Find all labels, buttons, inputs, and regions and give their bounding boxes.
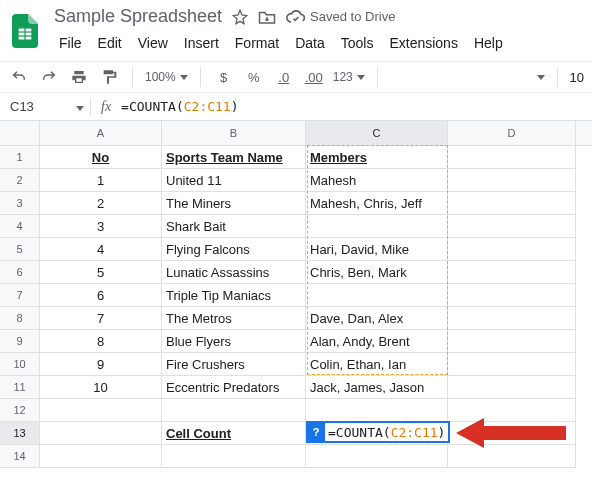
print-icon[interactable] [68, 66, 90, 88]
menu-help[interactable]: Help [467, 31, 510, 55]
cell[interactable]: Sports Team Name [162, 146, 306, 169]
paint-format-icon[interactable] [98, 66, 120, 88]
decrease-decimal[interactable]: .0 [273, 66, 295, 88]
cell[interactable] [306, 445, 448, 468]
cell[interactable] [306, 399, 448, 422]
cell[interactable] [448, 238, 576, 261]
cell[interactable]: Dave, Dan, Alex [306, 307, 448, 330]
cell[interactable]: Flying Falcons [162, 238, 306, 261]
col-header-A[interactable]: A [40, 121, 162, 145]
row-header[interactable]: 10 [0, 353, 40, 376]
cell[interactable] [448, 376, 576, 399]
cell[interactable]: Members [306, 146, 448, 169]
more-formats[interactable]: 123 [333, 70, 365, 84]
cell[interactable]: United 11 [162, 169, 306, 192]
cell[interactable]: Lunatic Assassins [162, 261, 306, 284]
cell[interactable] [448, 353, 576, 376]
row-header[interactable]: 8 [0, 307, 40, 330]
cell[interactable]: 2 [40, 192, 162, 215]
row-header[interactable]: 7 [0, 284, 40, 307]
menu-extensions[interactable]: Extensions [382, 31, 464, 55]
spreadsheet-grid[interactable]: A B C D 1NoSports Team NameMembers21Unit… [0, 121, 592, 468]
col-header-C[interactable]: C [306, 121, 448, 145]
cell[interactable]: Jack, James, Jason [306, 376, 448, 399]
row-header[interactable]: 12 [0, 399, 40, 422]
cell[interactable] [448, 307, 576, 330]
col-header-D[interactable]: D [448, 121, 576, 145]
cell[interactable] [306, 215, 448, 238]
format-currency[interactable]: $ [213, 66, 235, 88]
menu-data[interactable]: Data [288, 31, 332, 55]
cell[interactable] [448, 169, 576, 192]
cell[interactable]: Chris, Ben, Mark [306, 261, 448, 284]
cell[interactable] [448, 192, 576, 215]
row-header[interactable]: 2 [0, 169, 40, 192]
cell[interactable] [40, 445, 162, 468]
menu-tools[interactable]: Tools [334, 31, 381, 55]
cell[interactable] [162, 399, 306, 422]
cell[interactable] [448, 330, 576, 353]
cell[interactable]: The Metros [162, 307, 306, 330]
cell[interactable]: Cell Count [162, 422, 306, 445]
cell[interactable]: Blue Flyers [162, 330, 306, 353]
cell[interactable]: The Miners [162, 192, 306, 215]
cell[interactable]: 4 [40, 238, 162, 261]
format-percent[interactable]: % [243, 66, 265, 88]
cell[interactable]: 9 [40, 353, 162, 376]
cloud-status[interactable]: Saved to Drive [286, 9, 395, 24]
cell[interactable] [448, 215, 576, 238]
row-header[interactable]: 14 [0, 445, 40, 468]
active-cell-editor[interactable]: ? =COUNTA(C2:C11) [306, 421, 450, 443]
row-header[interactable]: 3 [0, 192, 40, 215]
cell[interactable] [40, 422, 162, 445]
chevron-down-icon[interactable] [537, 75, 545, 80]
row-header[interactable]: 13 [0, 422, 40, 445]
font-size[interactable]: 10 [570, 70, 584, 85]
col-header-B[interactable]: B [162, 121, 306, 145]
redo-icon[interactable] [38, 66, 60, 88]
name-box[interactable]: C13 [0, 99, 90, 114]
cell[interactable]: Colin, Ethan, Ian [306, 353, 448, 376]
cell[interactable]: Mahesh, Chris, Jeff [306, 192, 448, 215]
cell[interactable]: Hari, David, Mike [306, 238, 448, 261]
row-header[interactable]: 5 [0, 238, 40, 261]
menu-insert[interactable]: Insert [177, 31, 226, 55]
cell[interactable]: 6 [40, 284, 162, 307]
cell[interactable]: 1 [40, 169, 162, 192]
doc-title[interactable]: Sample Spreadsheet [54, 6, 222, 27]
cell[interactable]: Alan, Andy, Brent [306, 330, 448, 353]
zoom-select[interactable]: 100% [145, 70, 188, 84]
cell[interactable] [306, 284, 448, 307]
cell[interactable] [448, 146, 576, 169]
cell[interactable] [448, 261, 576, 284]
menu-file[interactable]: File [52, 31, 89, 55]
star-icon[interactable] [232, 9, 248, 25]
formula-help-icon[interactable]: ? [307, 423, 325, 441]
formula-input[interactable]: =COUNTA(C2:C11) [121, 99, 238, 114]
cell[interactable]: Fire Crushers [162, 353, 306, 376]
cell[interactable]: 7 [40, 307, 162, 330]
cell[interactable]: Shark Bait [162, 215, 306, 238]
row-header[interactable]: 4 [0, 215, 40, 238]
row-header[interactable]: 9 [0, 330, 40, 353]
increase-decimal[interactable]: .00 [303, 66, 325, 88]
cell[interactable] [448, 284, 576, 307]
move-icon[interactable] [258, 9, 276, 25]
cell[interactable]: Eccentric Predators [162, 376, 306, 399]
select-all-corner[interactable] [0, 121, 40, 145]
cell[interactable] [162, 445, 306, 468]
row-header[interactable]: 1 [0, 146, 40, 169]
menu-view[interactable]: View [131, 31, 175, 55]
cell[interactable]: 8 [40, 330, 162, 353]
row-header[interactable]: 11 [0, 376, 40, 399]
menu-edit[interactable]: Edit [91, 31, 129, 55]
cell[interactable]: 10 [40, 376, 162, 399]
menu-format[interactable]: Format [228, 31, 286, 55]
cell[interactable]: No [40, 146, 162, 169]
cell[interactable]: 5 [40, 261, 162, 284]
cell[interactable]: Mahesh [306, 169, 448, 192]
cell[interactable]: Triple Tip Maniacs [162, 284, 306, 307]
row-header[interactable]: 6 [0, 261, 40, 284]
undo-icon[interactable] [8, 66, 30, 88]
cell[interactable]: 3 [40, 215, 162, 238]
